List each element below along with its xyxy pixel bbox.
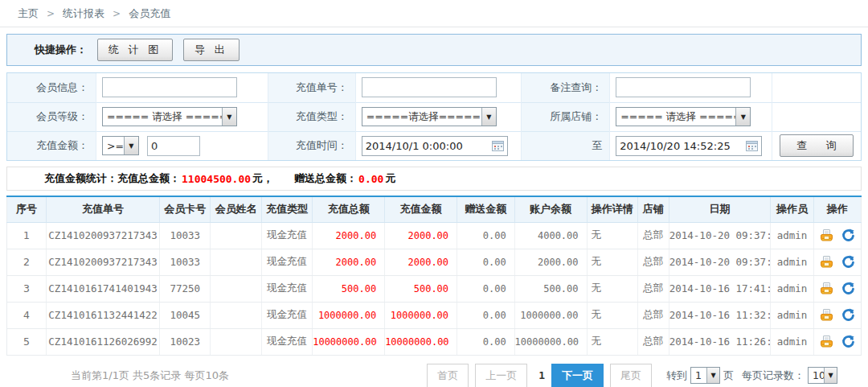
table-cell — [211, 275, 261, 302]
breadcrumb-member-recharge[interactable]: 会员充值 — [129, 6, 170, 21]
goto-page-select[interactable]: 1 ▼ — [690, 367, 720, 384]
recharge-time-label: 充值时间： — [268, 131, 355, 160]
recharge-type-select[interactable]: =====请选择===== ▼ — [362, 107, 497, 126]
table-cell: admin — [771, 249, 813, 275]
table-cell: admin — [771, 328, 813, 355]
print-icon[interactable] — [820, 255, 833, 269]
breadcrumb-separator: > — [113, 8, 121, 19]
table-cell: 10045 — [160, 302, 211, 328]
refund-icon[interactable] — [841, 228, 855, 242]
amount-input[interactable] — [147, 136, 200, 156]
table-row: 5CZ141016112602699210023现金充值10000000.001… — [7, 328, 862, 355]
refund-icon[interactable] — [841, 282, 855, 295]
table-row: 2CZ141020093721734310033现金充值2000.002000.… — [7, 249, 862, 275]
time-to-field[interactable] — [616, 136, 762, 156]
table-cell: 2000.00 — [313, 222, 385, 249]
summary-total-value: 11004500.00 — [182, 173, 251, 185]
summary-bar: 充值金额统计：充值总金额： 11004500.00 元， 赠送总金额： 0.00… — [6, 167, 862, 191]
calendar-icon[interactable] — [746, 140, 758, 151]
print-icon[interactable] — [820, 335, 833, 348]
first-page-button[interactable]: 首页 — [427, 364, 469, 387]
table-cell: 77250 — [160, 275, 211, 302]
breadcrumb-reports[interactable]: 统计报表 — [63, 6, 104, 21]
summary-gift-unit: 元 — [385, 171, 395, 186]
print-icon[interactable] — [820, 282, 833, 295]
table-cell: 10033 — [160, 249, 211, 275]
order-no-label: 充值单号： — [268, 73, 355, 102]
table-cell — [211, 222, 261, 249]
column-header: 会员姓名 — [211, 196, 261, 222]
table-cell: 无 — [587, 328, 637, 355]
export-button[interactable]: 导 出 — [183, 39, 240, 61]
per-page-select[interactable]: 10 ▼ — [808, 367, 837, 384]
chart-button[interactable]: 统 计 图 — [97, 39, 173, 61]
print-icon[interactable] — [820, 228, 833, 242]
column-header: 账户余额 — [514, 196, 587, 222]
chevron-down-icon: ▼ — [706, 368, 719, 383]
table-row: 4CZ141016113244142210045现金充值1000000.0010… — [7, 302, 862, 328]
time-from-input[interactable] — [366, 140, 482, 152]
time-to-input[interactable] — [620, 140, 736, 152]
amount-label: 充值金额： — [7, 131, 96, 160]
table-cell — [211, 249, 261, 275]
time-from-field[interactable] — [362, 136, 508, 156]
last-page-button[interactable]: 尾页 — [610, 364, 652, 387]
prev-page-button[interactable]: 上一页 — [475, 364, 527, 387]
store-select[interactable]: ===== 请选择 ===== ▼ — [616, 107, 751, 126]
member-level-label: 会员等级： — [7, 102, 96, 131]
breadcrumb-home[interactable]: 主页 — [18, 6, 39, 21]
refund-icon[interactable] — [841, 308, 855, 322]
member-info-label: 会员信息： — [7, 73, 96, 102]
table-cell: 2014-10-16 17:41:40 — [669, 275, 771, 302]
amount-operator-value: >= — [103, 140, 124, 152]
column-header: 序号 — [7, 196, 47, 222]
search-button[interactable]: 查 询 — [780, 134, 854, 157]
table-row: 1CZ141020093721734310033现金充值2000.002000.… — [7, 222, 862, 249]
column-header: 日期 — [669, 196, 771, 222]
table-cell: admin — [771, 222, 813, 249]
refund-icon[interactable] — [841, 255, 855, 269]
table-cell: 现金充值 — [261, 222, 312, 249]
column-header: 充值总额 — [313, 196, 385, 222]
refund-icon[interactable] — [841, 335, 855, 348]
chevron-down-icon: ▼ — [481, 108, 496, 126]
recharge-type-label: 充值类型： — [268, 102, 355, 131]
table-cell: 无 — [587, 249, 637, 275]
next-page-button[interactable]: 下一页 — [551, 364, 604, 387]
recharge-type-value: =====请选择===== — [362, 110, 481, 124]
table-cell — [211, 302, 261, 328]
table-cell: 2014-10-16 11:26:02 — [669, 328, 771, 355]
table-cell: CZ1410161132441422 — [47, 302, 160, 328]
table-cell: 500.00 — [514, 275, 587, 302]
chevron-down-icon: ▼ — [824, 368, 837, 383]
table-cell: 10023 — [160, 328, 211, 355]
member-info-input[interactable] — [102, 77, 237, 97]
table-cell: 3 — [7, 275, 47, 302]
row-actions-cell — [813, 222, 861, 249]
store-label: 所属店铺： — [521, 102, 609, 131]
amount-operator-select[interactable]: >= ▼ — [102, 136, 139, 155]
order-no-input[interactable] — [362, 77, 497, 97]
summary-gift-value: 0.00 — [358, 173, 383, 185]
table-cell: 总部 — [637, 328, 669, 355]
table-cell: 现金充值 — [261, 249, 312, 275]
table-cell: 10000000.00 — [385, 328, 457, 355]
summary-total-unit: 元， — [252, 171, 273, 186]
recharge-table: 序号充值单号会员卡号会员姓名充值类型充值总额充值金额赠送金额账户余额操作详情店铺… — [6, 196, 862, 356]
table-cell: 4 — [7, 302, 47, 328]
table-cell: 总部 — [637, 222, 669, 249]
calendar-icon[interactable] — [492, 140, 504, 151]
table-cell: 500.00 — [313, 275, 385, 302]
per-page-value: 10 — [809, 369, 824, 381]
table-cell: 0.00 — [457, 249, 515, 275]
summary-total-label: 充值金额统计：充值总金额： — [44, 171, 180, 186]
table-cell: 0.00 — [457, 275, 515, 302]
table-cell: CZ1410161741401943 — [47, 275, 160, 302]
table-cell: 1 — [7, 222, 47, 249]
remark-input[interactable] — [616, 77, 751, 97]
pagination-bar: 当前第1/1页 共5条记录 每页10条 首页 上一页 1 下一页 尾页 转到 1… — [6, 363, 862, 387]
table-cell: 5 — [7, 328, 47, 355]
table-cell: 无 — [587, 222, 637, 249]
print-icon[interactable] — [820, 308, 833, 322]
member-level-select[interactable]: ===== 请选择 ===== ▼ — [102, 107, 237, 126]
